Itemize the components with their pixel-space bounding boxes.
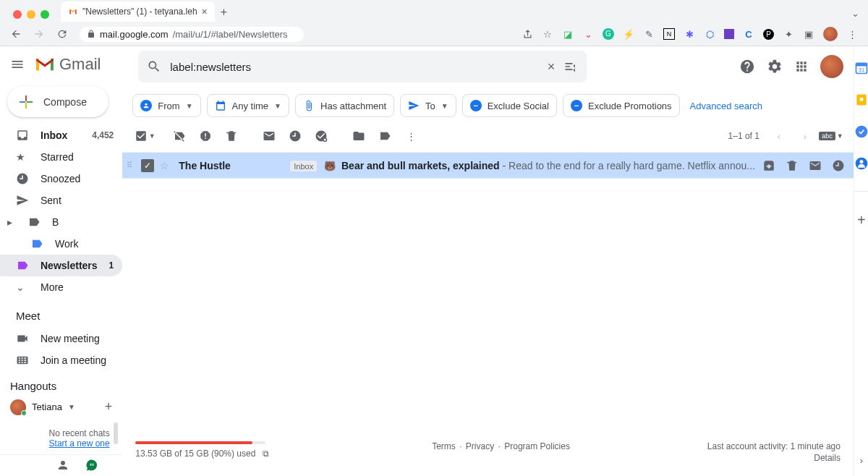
open-external-icon[interactable]: ⧉: [263, 449, 269, 459]
chrome-profile-avatar[interactable]: [823, 27, 838, 41]
account-avatar[interactable]: [820, 55, 843, 78]
settings-icon[interactable]: [767, 59, 783, 75]
tasks-app-icon[interactable]: [854, 124, 868, 139]
input-tool-button[interactable]: abc▼: [819, 126, 843, 146]
ext-grammarly-icon[interactable]: G: [603, 28, 614, 40]
start-chat-link[interactable]: Start a new one: [49, 438, 110, 449]
ext-loom-icon[interactable]: ✱: [684, 28, 695, 40]
keep-app-icon[interactable]: [854, 93, 868, 107]
policies-link[interactable]: Program Policies: [503, 441, 571, 451]
support-icon[interactable]: [739, 59, 755, 75]
older-button[interactable]: ›: [793, 126, 817, 146]
chat-footer-icons: [0, 454, 122, 476]
filter-to[interactable]: To▼: [400, 94, 456, 117]
sidebar-item-label-work[interactable]: Work: [0, 233, 122, 255]
remove-label-button[interactable]: [167, 126, 192, 146]
meet-join-meeting[interactable]: Join a meeting: [0, 349, 122, 371]
person-icon[interactable]: [56, 459, 69, 472]
close-tab-icon[interactable]: ×: [202, 6, 208, 17]
clear-search-icon[interactable]: ×: [548, 59, 556, 75]
collapse-panel-icon[interactable]: ›: [860, 455, 863, 466]
hangouts-icon[interactable]: [85, 459, 98, 472]
email-checkbox[interactable]: ✓: [141, 159, 154, 172]
add-to-tasks-button[interactable]: [309, 126, 333, 146]
newer-button[interactable]: ‹: [767, 126, 791, 146]
sidebar-item-more[interactable]: ⌄More: [0, 276, 122, 298]
labels-button[interactable]: [373, 126, 397, 146]
minimize-window-icon[interactable]: [27, 10, 35, 19]
delete-icon[interactable]: [786, 159, 799, 172]
filter-attachment[interactable]: Has attachment: [295, 94, 394, 117]
terms-link[interactable]: Terms: [430, 441, 457, 451]
sidebar-item-inbox[interactable]: Inbox4,452: [0, 124, 122, 146]
new-tab-button[interactable]: +: [215, 3, 233, 22]
filter-anytime[interactable]: Any time▼: [207, 94, 289, 117]
ext-bolt-icon[interactable]: ⚡: [623, 28, 634, 40]
url-bar[interactable]: mail.google.com/mail/u/1/#label/Newslett…: [80, 27, 304, 42]
search-options-icon[interactable]: [563, 59, 578, 74]
caret-icon[interactable]: ▸: [7, 216, 16, 228]
add-addon-button[interactable]: +: [857, 212, 866, 229]
maximize-window-icon[interactable]: [41, 10, 49, 19]
snooze-icon[interactable]: [832, 159, 845, 172]
meet-new-meeting[interactable]: New meeting: [0, 328, 122, 349]
search-icon: [147, 59, 161, 74]
ext-purple-icon[interactable]: [724, 29, 734, 39]
filter-exclude-social[interactable]: −Exclude Social: [462, 94, 557, 117]
chrome-menu-icon[interactable]: ⋮: [846, 28, 858, 40]
browser-tab[interactable]: "Newsletters" (1) - tetyana.leh ×: [61, 1, 215, 22]
reload-button[interactable]: [54, 28, 71, 40]
move-to-button[interactable]: [346, 126, 371, 146]
drag-handle-icon[interactable]: ⠿: [127, 161, 135, 170]
main-menu-button[interactable]: [10, 57, 27, 72]
ext-c-icon[interactable]: C: [743, 28, 754, 40]
calendar-app-icon[interactable]: 31: [854, 61, 868, 75]
star-toggle[interactable]: ☆: [160, 160, 174, 171]
search-box[interactable]: ×: [138, 51, 587, 82]
storage-indicator[interactable]: 13.53 GB of 15 GB (90%) used ⧉: [135, 441, 294, 463]
sidebar-item-sent[interactable]: Sent: [0, 190, 122, 211]
mark-unread-icon[interactable]: [809, 159, 822, 172]
select-all-checkbox[interactable]: ▼: [132, 126, 157, 146]
sidebar-item-starred[interactable]: ★Starred: [0, 146, 122, 168]
email-row[interactable]: ⠿ ✓ ☆ The Hustle Inbox 🐻 Bear and bull m…: [122, 153, 854, 179]
ext-panel-icon[interactable]: ▣: [803, 28, 814, 40]
contacts-app-icon[interactable]: [854, 156, 868, 171]
hangouts-user-row[interactable]: Tetiana ▼ +: [0, 396, 122, 418]
report-spam-button[interactable]: [193, 126, 218, 146]
ext-evernote-icon[interactable]: ◪: [562, 28, 574, 40]
ext-p-icon[interactable]: P: [763, 29, 774, 40]
privacy-link[interactable]: Privacy: [464, 441, 495, 451]
archive-icon[interactable]: [762, 159, 775, 172]
close-window-icon[interactable]: [13, 10, 22, 19]
filter-exclude-promotions[interactable]: −Exclude Promotions: [563, 94, 680, 117]
gmail-logo[interactable]: Gmail: [35, 55, 101, 74]
chevron-down-icon[interactable]: ▼: [68, 403, 75, 411]
ext-pocket-icon[interactable]: ⌄: [582, 28, 594, 40]
advanced-search-link[interactable]: Advanced search: [690, 101, 762, 111]
search-input[interactable]: [170, 61, 538, 73]
tabs-overflow-icon[interactable]: ⌄: [843, 8, 868, 22]
sidebar-item-newsletters[interactable]: Newsletters1: [0, 255, 122, 276]
ext-edit-icon[interactable]: ✎: [643, 28, 655, 40]
window-controls[interactable]: [6, 10, 56, 22]
send-icon: [16, 194, 29, 207]
more-actions-button[interactable]: ⋮: [399, 126, 423, 146]
snooze-button[interactable]: [283, 126, 307, 146]
sidebar-item-snoozed[interactable]: Snoozed: [0, 168, 122, 190]
extensions-puzzle-icon[interactable]: ✦: [783, 28, 794, 40]
ext-notion-icon[interactable]: N: [663, 28, 675, 40]
delete-button[interactable]: [219, 126, 244, 146]
scrollbar[interactable]: [114, 422, 118, 444]
filter-from[interactable]: From▼: [132, 94, 200, 117]
back-button[interactable]: [7, 28, 25, 40]
details-link[interactable]: Details: [707, 453, 841, 463]
share-icon[interactable]: [522, 28, 533, 40]
mark-read-button[interactable]: [257, 126, 281, 146]
sidebar-item-label-b[interactable]: ▸B: [0, 211, 122, 233]
compose-button[interactable]: Compose: [7, 86, 109, 116]
apps-grid-icon[interactable]: [794, 59, 809, 74]
bookmark-star-icon[interactable]: ☆: [542, 28, 553, 40]
new-chat-button[interactable]: +: [105, 399, 113, 415]
ext-dropbox-icon[interactable]: ⬡: [704, 28, 715, 40]
